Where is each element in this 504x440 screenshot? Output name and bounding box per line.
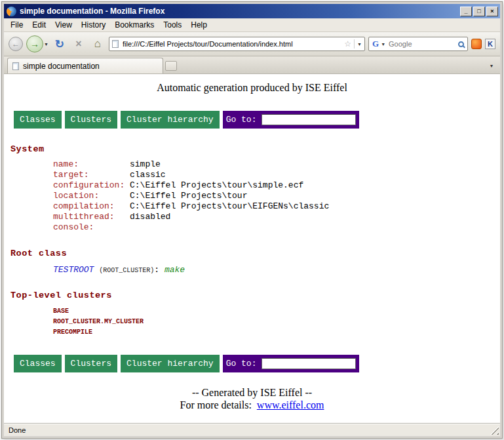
back-icon: ←	[12, 39, 20, 49]
system-key: location:	[53, 191, 130, 201]
search-engine-dropdown[interactable]: ▼	[381, 42, 385, 47]
footer-details: For more details: www.eiffel.com	[9, 399, 495, 411]
system-value: disabled	[130, 212, 170, 222]
search-input[interactable]	[387, 39, 456, 49]
forward-button[interactable]: → ▼	[26, 35, 48, 52]
root-class-line: TESTROOT (ROOT_CLUSTER): make	[53, 265, 495, 275]
firefox-icon	[7, 7, 16, 16]
doc-navbar-bottom: Classes Clusters Cluster hierarchy Go to…	[14, 355, 495, 372]
system-value: C:\Eiffel Projects\tour\simple.ecf	[130, 180, 303, 190]
system-properties: name:simple target:classic configuration…	[53, 159, 495, 233]
classes-link[interactable]: Classes	[14, 355, 62, 372]
tab-page-icon	[12, 62, 19, 70]
cluster-list: BASE ROOT_CLUSTER.MY_CLUSTER PRECOMPILE	[53, 306, 495, 338]
system-key: compilation:	[53, 201, 130, 212]
classes-link[interactable]: Classes	[14, 111, 62, 129]
menu-help[interactable]: Help	[186, 19, 212, 31]
menu-bar: File Edit View History Bookmarks Tools H…	[4, 18, 500, 32]
search-icon[interactable]	[458, 41, 464, 47]
url-input[interactable]	[121, 39, 341, 49]
system-key: target:	[53, 170, 130, 180]
navigation-toolbar: ← → ▼ ↻ × ⌂ ☆ ▼ G ▼ K	[4, 32, 500, 56]
footer-details-text: For more details:	[180, 399, 252, 410]
goto-input[interactable]	[262, 114, 356, 125]
menu-bookmarks[interactable]: Bookmarks	[110, 19, 159, 31]
tab-simple-documentation[interactable]: simple documentation	[7, 58, 163, 73]
root-class-heading: Root class	[10, 249, 495, 258]
system-row: console:	[53, 222, 495, 233]
menu-view[interactable]: View	[50, 19, 77, 31]
system-row: configuration:C:\Eiffel Projects\tour\si…	[53, 180, 495, 191]
system-row: multithread:disabled	[53, 212, 495, 222]
status-text: Done	[9, 426, 26, 434]
titlebar[interactable]: simple documentation - Mozilla Firefox _…	[4, 4, 500, 18]
clusters-heading: Top-level clusters	[10, 290, 495, 300]
creation-procedure-link[interactable]: make	[165, 265, 185, 275]
extension-icon-k[interactable]: K	[485, 39, 495, 49]
system-key: name:	[53, 159, 130, 170]
extension-icon-orange[interactable]	[471, 39, 482, 49]
system-row: name:simple	[53, 159, 495, 170]
resize-grip[interactable]	[490, 426, 499, 435]
system-value: C:\Eiffel Projects\tour	[130, 191, 247, 201]
clusters-link[interactable]: Clusters	[65, 111, 117, 129]
urlbar-dropdown[interactable]: ▼	[354, 39, 362, 49]
separator: :	[154, 265, 159, 275]
forward-icon: →	[26, 35, 43, 52]
google-icon: G	[372, 39, 379, 49]
stop-button[interactable]: ×	[71, 36, 87, 52]
window-controls: _ □ ×	[459, 7, 498, 16]
cluster-link-precompile[interactable]: PRECOMPILE	[53, 327, 495, 338]
goto-label: Go to:	[226, 359, 257, 369]
tab-label: simple documentation	[23, 62, 100, 71]
eiffel-website-link[interactable]: www.eiffel.com	[257, 399, 324, 410]
clusters-link[interactable]: Clusters	[65, 355, 117, 372]
system-row: target:classic	[53, 170, 495, 180]
reload-button[interactable]: ↻	[52, 36, 68, 52]
site-favicon	[112, 40, 119, 48]
close-button[interactable]: ×	[486, 7, 498, 16]
page-header: Automatic generation produced by ISE Eif…	[9, 82, 495, 94]
goto-label: Go to:	[226, 115, 257, 125]
root-cluster-ref[interactable]: (ROOT_CLUSTER)	[99, 267, 154, 274]
page-content: Automatic generation produced by ISE Eif…	[4, 74, 500, 423]
system-value: simple	[130, 159, 161, 169]
cluster-hierarchy-link[interactable]: Cluster hierarchy	[121, 111, 220, 129]
menu-history[interactable]: History	[77, 19, 110, 31]
search-bar[interactable]: G ▼	[368, 37, 468, 51]
doc-navbar-top: Classes Clusters Cluster hierarchy Go to…	[14, 111, 495, 129]
system-value: C:\Eiffel Projects\tour\EIFGENs\classic	[130, 201, 329, 211]
footer-generated: -- Generated by ISE Eiffel --	[9, 387, 495, 399]
menu-file[interactable]: File	[6, 19, 28, 31]
menu-tools[interactable]: Tools	[159, 19, 186, 31]
address-bar[interactable]: ☆ ▼	[109, 37, 365, 51]
cluster-link-base[interactable]: BASE	[53, 306, 495, 317]
cluster-hierarchy-link[interactable]: Cluster hierarchy	[121, 355, 220, 372]
minimize-button[interactable]: _	[460, 7, 472, 16]
system-value: classic	[130, 170, 166, 180]
status-bar: Done	[4, 423, 500, 436]
maximize-button[interactable]: □	[473, 7, 485, 16]
tab-bar: simple documentation ▼	[4, 56, 500, 74]
list-all-tabs-button[interactable]: ▼	[486, 60, 497, 71]
system-row: location:C:\Eiffel Projects\tour	[53, 191, 495, 201]
back-button[interactable]: ←	[9, 37, 23, 51]
menu-edit[interactable]: Edit	[28, 19, 50, 31]
browser-window: simple documentation - Mozilla Firefox _…	[1, 1, 503, 439]
goto-box: Go to:	[223, 355, 360, 372]
root-class-link[interactable]: TESTROOT	[53, 265, 94, 275]
system-heading: System	[10, 144, 495, 154]
system-row: compilation:C:\Eiffel Projects\tour\EIFG…	[53, 201, 495, 212]
system-key: multithread:	[53, 212, 130, 222]
goto-input[interactable]	[262, 358, 356, 369]
system-key: configuration:	[53, 180, 130, 191]
goto-box: Go to:	[223, 111, 360, 129]
home-button[interactable]: ⌂	[90, 36, 106, 52]
window-title: simple documentation - Mozilla Firefox	[20, 7, 459, 16]
bookmark-star-icon[interactable]: ☆	[344, 39, 351, 49]
forward-history-dropdown[interactable]: ▼	[44, 42, 48, 47]
new-tab-button[interactable]	[165, 61, 177, 71]
cluster-link-root-cluster-my-cluster[interactable]: ROOT_CLUSTER.MY_CLUSTER	[53, 317, 495, 327]
system-key: console:	[53, 222, 130, 233]
